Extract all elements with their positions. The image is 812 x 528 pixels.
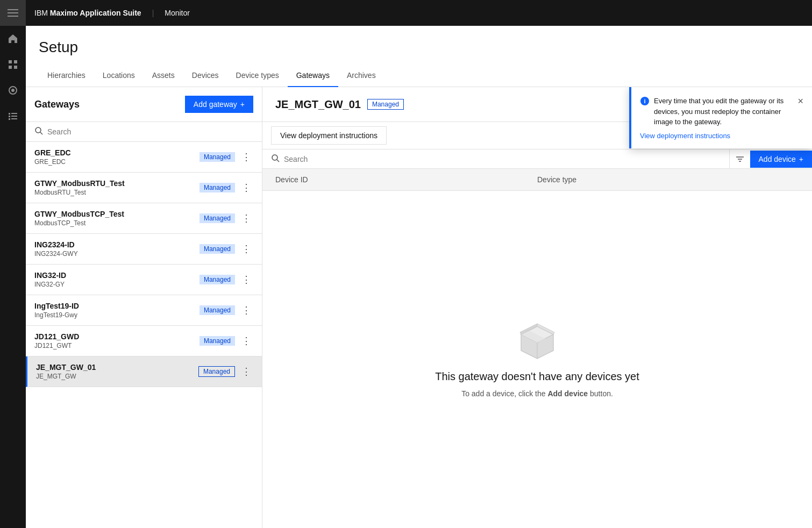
- gateway-item-ing32[interactable]: ING32-ID ING32-GY Managed ⋮: [26, 265, 262, 295]
- gateway-item-ingtest19[interactable]: IngTest19-ID IngTest19-Gwy Managed ⋮: [26, 295, 262, 326]
- tab-archives[interactable]: Archives: [338, 65, 384, 87]
- gateway-more-button-selected[interactable]: ⋮: [239, 363, 253, 380]
- gateway-item-name: GRE_EDC: [34, 148, 71, 157]
- sidebar-icon-menu[interactable]: [0, 0, 26, 26]
- tab-assets[interactable]: Assets: [144, 65, 183, 87]
- gateway-more-button[interactable]: ⋮: [239, 272, 253, 288]
- gateway-item-gre-edc[interactable]: GRE_EDC GRE_EDC Managed ⋮: [26, 142, 262, 173]
- empty-state-subtitle: To add a device, click the Add device bu…: [461, 389, 613, 398]
- svg-line-19: [277, 160, 279, 162]
- gateway-item-name: ING32-ID: [34, 271, 66, 280]
- sidebar-icon-home[interactable]: [0, 26, 26, 52]
- body-layout: Gateways Add gateway +: [26, 87, 812, 528]
- info-popup: i Every time that you edit the gateway o…: [629, 87, 812, 148]
- view-deployment-button[interactable]: View deployment instructions: [271, 126, 387, 145]
- gateway-item-id: ING2324-GWY: [34, 250, 78, 258]
- gateway-more-button[interactable]: ⋮: [239, 333, 253, 349]
- svg-rect-6: [14, 66, 17, 69]
- add-gateway-button[interactable]: Add gateway +: [185, 96, 253, 113]
- add-device-button[interactable]: Add device +: [750, 151, 812, 168]
- tab-hierarchies[interactable]: Hierarchies: [39, 65, 94, 87]
- gateway-list: GRE_EDC GRE_EDC Managed ⋮ GTWY_ModbusRTU…: [26, 142, 262, 528]
- svg-point-18: [272, 155, 277, 160]
- selected-gateway-badge: Managed: [367, 99, 404, 110]
- device-search-icon: [271, 154, 280, 164]
- sidebar-icon-grid[interactable]: [0, 52, 26, 77]
- info-popup-link[interactable]: View deployment instructions: [640, 132, 803, 140]
- sidebar: [0, 0, 26, 528]
- device-search-input[interactable]: [284, 155, 721, 163]
- gateway-item-id: GRE_EDC: [34, 158, 71, 166]
- gateway-more-button[interactable]: ⋮: [239, 180, 253, 196]
- gateway-item-id: ING32-GY: [34, 281, 66, 288]
- gateway-panel-title: Gateways: [34, 99, 80, 110]
- device-type-column-header: Device type: [537, 175, 799, 184]
- page-title: Setup: [39, 39, 799, 56]
- svg-rect-5: [9, 66, 12, 69]
- info-icon: i: [640, 96, 650, 109]
- svg-line-16: [40, 132, 42, 134]
- device-panel: JE_MGT_GW_01 Managed View d: [262, 87, 812, 528]
- empty-box-icon: [516, 321, 559, 364]
- gateway-panel: Gateways Add gateway +: [26, 87, 262, 528]
- tab-devices[interactable]: Devices: [183, 65, 227, 87]
- sidebar-icon-monitor[interactable]: [0, 77, 26, 103]
- gateway-panel-header: Gateways Add gateway +: [26, 87, 262, 122]
- gateway-item-id: JE_MGT_GW: [36, 373, 96, 380]
- gateway-badge: Managed: [200, 183, 235, 192]
- tab-device-types[interactable]: Device types: [227, 65, 288, 87]
- gateway-item-jd121[interactable]: JD121_GWD JD121_GWT Managed ⋮: [26, 326, 262, 356]
- svg-rect-0: [8, 9, 18, 10]
- gateway-item-name: GTWY_ModbusTCP_Test: [34, 210, 124, 218]
- svg-rect-3: [9, 60, 12, 63]
- device-id-column-header: Device ID: [275, 175, 537, 184]
- gateway-item-je-mgt-gw-01[interactable]: JE_MGT_GW_01 JE_MGT_GW Managed ⋮: [26, 356, 262, 387]
- gateway-item-ing2324[interactable]: ING2324-ID ING2324-GWY Managed ⋮: [26, 234, 262, 265]
- gateway-badge: Managed: [200, 336, 235, 346]
- device-filter-button[interactable]: [730, 151, 750, 167]
- svg-rect-11: [9, 116, 10, 117]
- info-popup-text: Every time that you edit the gateway or …: [654, 96, 793, 127]
- tab-locations[interactable]: Locations: [94, 65, 144, 87]
- gateway-more-button[interactable]: ⋮: [239, 149, 253, 165]
- svg-text:i: i: [644, 98, 645, 104]
- close-popup-button[interactable]: ×: [797, 96, 803, 107]
- gateway-item-modbusrtu[interactable]: GTWY_ModbusRTU_Test ModbusRTU_Test Manag…: [26, 173, 262, 203]
- topbar: IBM Maximo Application Suite | Monitor: [26, 0, 812, 26]
- gateway-badge: Managed: [200, 152, 235, 162]
- svg-rect-2: [8, 16, 18, 17]
- content-area: Setup Hierarchies Locations Assets Devic…: [26, 26, 812, 528]
- selected-gateway-title: JE_MGT_GW_01: [275, 98, 361, 111]
- device-empty-state: This gateway doesn't have any devices ye…: [262, 191, 812, 528]
- svg-rect-13: [9, 118, 10, 120]
- gateway-item-id: ModbusTCP_Test: [34, 219, 124, 227]
- gateway-search-box: [26, 122, 262, 142]
- svg-rect-12: [11, 116, 17, 117]
- gateway-item-modbustcp[interactable]: GTWY_ModbusTCP_Test ModbusTCP_Test Manag…: [26, 203, 262, 234]
- gateway-badge: Managed: [200, 275, 235, 284]
- topbar-module: Monitor: [165, 9, 190, 17]
- gateway-item-id: JD121_GWT: [34, 342, 79, 349]
- gateway-search-icon: [34, 126, 43, 137]
- gateway-search-input[interactable]: [47, 127, 253, 136]
- topbar-divider: |: [152, 9, 154, 17]
- gateway-badge: Managed: [200, 213, 235, 223]
- gateway-item-name: JE_MGT_GW_01: [36, 363, 96, 372]
- gateway-item-id: ModbusRTU_Test: [34, 189, 125, 196]
- gateway-badge: Managed: [200, 305, 235, 315]
- svg-rect-1: [8, 12, 18, 13]
- gateway-item-name: JD121_GWD: [34, 332, 79, 341]
- empty-state-title: This gateway doesn't have any devices ye…: [435, 370, 639, 383]
- gateway-more-button[interactable]: ⋮: [239, 302, 253, 318]
- gateway-item-name: GTWY_ModbusRTU_Test: [34, 179, 125, 188]
- gateway-item-id: IngTest19-Gwy: [34, 311, 79, 319]
- gateway-more-button[interactable]: ⋮: [239, 210, 253, 226]
- tab-gateways[interactable]: Gateways: [288, 65, 338, 87]
- sidebar-icon-list[interactable]: [0, 103, 26, 129]
- gateway-more-button[interactable]: ⋮: [239, 241, 253, 257]
- svg-point-8: [11, 89, 15, 92]
- svg-point-15: [35, 127, 41, 133]
- topbar-brand: IBM Maximo Application Suite: [34, 9, 141, 17]
- gateway-item-name: ING2324-ID: [34, 240, 78, 249]
- device-table-header: Device ID Device type: [262, 169, 812, 191]
